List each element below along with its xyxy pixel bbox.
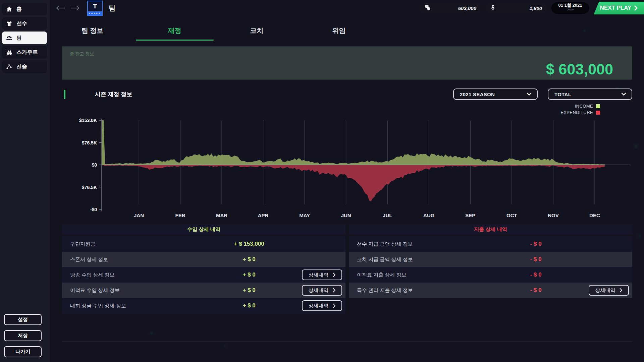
chevron-down-icon bbox=[621, 93, 626, 96]
table-row: 구단지원금+ $ 153,000 bbox=[62, 236, 345, 252]
coins-icon bbox=[424, 4, 431, 12]
detail-button[interactable]: 상세내역 bbox=[302, 300, 342, 311]
season-select[interactable]: 2021 SEASON bbox=[453, 88, 538, 100]
row-value: + $ 0 bbox=[243, 272, 256, 278]
save-button[interactable]: 저장 bbox=[4, 330, 42, 341]
row-label: 이적료 수입 상세 정보 bbox=[70, 287, 120, 294]
table-row: 코치 지급 금액 상세 정보- $ 0 bbox=[349, 252, 632, 267]
page-title: 팀 bbox=[109, 4, 115, 13]
sidebar-item-label: 홈 bbox=[16, 6, 22, 13]
app-window: 홈선수팀스카우트전술 설정저장나가기 T KOREA 팀 bbox=[0, 0, 644, 362]
scope-select-value: TOTAL bbox=[554, 92, 571, 97]
sidebar-footer: 설정저장나가기 bbox=[0, 314, 50, 357]
team-logo[interactable]: T KOREA bbox=[87, 1, 103, 16]
chevron-right-icon bbox=[333, 273, 336, 277]
chevron-right-icon bbox=[333, 288, 336, 293]
row-label: 선수 지급 금액 상세 정보 bbox=[357, 241, 413, 247]
svg-text:$76.5K: $76.5K bbox=[82, 185, 97, 190]
row-label: 방송 수입 상세 정보 bbox=[70, 272, 115, 278]
svg-text:-$0: -$0 bbox=[90, 207, 97, 212]
sidebar-item-team[interactable]: 팀 bbox=[2, 32, 47, 44]
income-table-header: 수입 상세 내역 bbox=[62, 224, 345, 234]
detail-tables: 수입 상세 내역 구단지원금+ $ 153,000스폰서 상세 정보+ $ 0방… bbox=[62, 224, 632, 313]
topbar: T KOREA 팀 603,000 1,800 01 bbox=[50, 0, 644, 16]
legend-label: INCOME bbox=[575, 104, 593, 109]
detail-button[interactable]: 상세내역 bbox=[302, 269, 342, 280]
season-select-value: 2021 SEASON bbox=[460, 92, 495, 97]
tabs-row: 팀 정보재정코치위임 bbox=[51, 20, 632, 41]
detail-button[interactable]: 상세내역 bbox=[589, 285, 629, 296]
sidebar-item-shirt[interactable]: 선수 bbox=[2, 17, 47, 30]
content-bottom-divider bbox=[62, 342, 632, 342]
tokens-value: 1,800 bbox=[529, 5, 542, 11]
home-icon bbox=[5, 6, 13, 12]
chart-legend: INCOMEEXPENDITURE bbox=[62, 104, 632, 115]
team-logo-letter: T bbox=[88, 1, 102, 11]
svg-text:APR: APR bbox=[258, 213, 269, 218]
sidebar: 홈선수팀스카우트전술 설정저장나가기 bbox=[0, 0, 50, 362]
settings-button[interactable]: 설정 bbox=[4, 314, 42, 325]
legend-label: EXPENDITURE bbox=[560, 110, 593, 115]
svg-text:SEP: SEP bbox=[465, 213, 475, 218]
topbar-right: 603,000 1,800 01 1월 2021 00:00 NEXT PLAY bbox=[420, 2, 644, 14]
scope-select[interactable]: TOTAL bbox=[548, 88, 632, 100]
row-value: + $ 0 bbox=[243, 256, 256, 263]
detail-button-label: 상세내역 bbox=[309, 272, 329, 278]
history-nav bbox=[56, 5, 80, 11]
sidebar-item-tactics[interactable]: 전술 bbox=[2, 60, 47, 73]
legend-item: INCOME bbox=[575, 104, 600, 109]
tab-label: 팀 정보 bbox=[82, 26, 104, 35]
tab-0[interactable]: 팀 정보 bbox=[51, 20, 133, 41]
tab-2[interactable]: 코치 bbox=[216, 20, 298, 41]
row-label: 특수 관리 지출 상세 정보 bbox=[357, 287, 413, 294]
background-particle bbox=[224, 345, 226, 347]
back-button[interactable] bbox=[56, 5, 65, 11]
svg-text:$0: $0 bbox=[92, 162, 97, 168]
row-label: 대회 상금 수입 상세 정보 bbox=[70, 303, 126, 309]
table-row: 대회 상금 수입 상세 정보+ $ 0상세내역 bbox=[62, 298, 345, 313]
svg-text:OCT: OCT bbox=[506, 213, 517, 218]
detail-button-label: 상세내역 bbox=[309, 287, 329, 294]
row-label: 이적료 지출 상세 정보 bbox=[357, 272, 407, 278]
active-tab-underline bbox=[136, 40, 214, 41]
svg-text:JUN: JUN bbox=[341, 213, 351, 218]
forward-button[interactable] bbox=[70, 5, 80, 11]
next-play-label: NEXT PLAY bbox=[600, 5, 632, 11]
money-value: 603,000 bbox=[458, 5, 476, 11]
chevron-right-icon bbox=[620, 288, 623, 293]
row-value: - $ 0 bbox=[530, 287, 542, 294]
legend-swatch bbox=[596, 104, 600, 108]
sidebar-item-binoculars[interactable]: 스카우트 bbox=[2, 46, 47, 59]
tab-label: 재정 bbox=[168, 26, 181, 35]
svg-text:MAY: MAY bbox=[299, 213, 310, 218]
date-badge: 01 1월 2021 00:00 bbox=[551, 2, 589, 14]
detail-button[interactable]: 상세내역 bbox=[302, 285, 342, 296]
content: 팀 정보재정코치위임 총 잔고 정보 $ 603,000 시즌 재정 정보 20… bbox=[50, 20, 644, 342]
tab-1[interactable]: 재정 bbox=[133, 20, 216, 41]
tokens-pill: 1,800 bbox=[486, 3, 547, 13]
table-row: 방송 수입 상세 정보+ $ 0상세내역 bbox=[62, 267, 345, 283]
season-header: 시즌 재정 정보 2021 SEASON TOTAL bbox=[62, 87, 632, 101]
sidebar-nav: 홈선수팀스카우트전술 bbox=[0, 0, 50, 75]
expense-table-header: 지출 상세 내역 bbox=[349, 224, 632, 234]
accent-bar bbox=[64, 90, 65, 99]
row-label: 스폰서 상세 정보 bbox=[70, 256, 108, 263]
exit-button[interactable]: 나가기 bbox=[4, 346, 42, 357]
sidebar-item-home[interactable]: 홈 bbox=[2, 3, 47, 15]
detail-button-label: 상세내역 bbox=[595, 287, 615, 294]
svg-text:AUG: AUG bbox=[423, 213, 434, 218]
svg-text:MAR: MAR bbox=[216, 213, 227, 218]
date-text: 01 1월 2021 bbox=[558, 3, 582, 8]
row-value: + $ 0 bbox=[243, 302, 256, 309]
balance-panel: 총 잔고 정보 $ 603,000 bbox=[62, 46, 632, 80]
tab-3[interactable]: 위임 bbox=[298, 20, 380, 41]
table-row: 선수 지급 금액 상세 정보- $ 0 bbox=[349, 236, 632, 252]
season-title: 시즌 재정 정보 bbox=[95, 90, 132, 98]
money-pill: 603,000 bbox=[420, 3, 481, 13]
row-value: - $ 0 bbox=[530, 241, 542, 247]
arrow-right-icon bbox=[70, 5, 80, 11]
next-play-button[interactable]: NEXT PLAY bbox=[594, 2, 644, 14]
svg-text:JAN: JAN bbox=[134, 213, 144, 218]
tactics-icon bbox=[5, 63, 13, 70]
row-value: + $ 153,000 bbox=[234, 241, 264, 247]
